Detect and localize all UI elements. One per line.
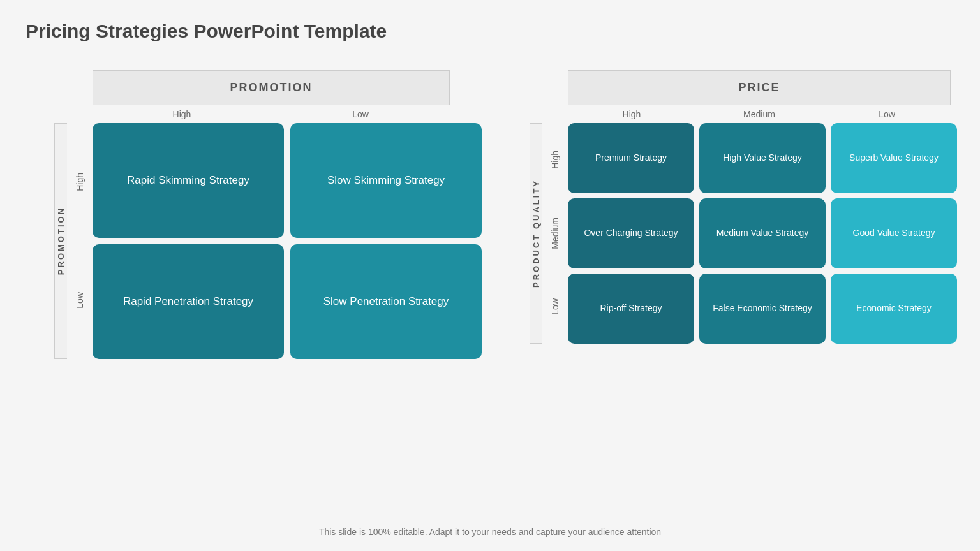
left-matrix-header: PROMOTION (93, 70, 450, 105)
right-col-label-low: Low (823, 109, 951, 119)
cell-good-value-strategy: Good Value Strategy (831, 198, 957, 268)
left-row-label-low: Low (75, 241, 85, 359)
cell-over-charging-strategy: Over Charging Strategy (568, 198, 694, 268)
left-col-labels: High Low (93, 105, 450, 123)
cell-medium-value-strategy: Medium Value Strategy (699, 198, 826, 268)
left-row-label-high: High (75, 123, 85, 241)
right-row-labels: High Medium Low (542, 123, 568, 344)
cell-slow-penetration: Slow Penetration Strategy (290, 244, 482, 359)
cell-false-economic-strategy: False Economic Strategy (699, 274, 826, 344)
left-side-label: PROMOTION (56, 207, 66, 275)
right-matrix-header: PRICE (568, 70, 951, 105)
left-body: PROMOTION High Low Rapid Skimming Strate… (54, 123, 482, 359)
left-side-border: PROMOTION (54, 123, 67, 359)
page-title: Pricing Strategies PowerPoint Template (26, 20, 387, 42)
cell-high-value-strategy: High Value Strategy (699, 123, 826, 193)
right-col-label-medium: Medium (695, 109, 823, 119)
right-col-label-high: High (568, 109, 695, 119)
right-side-border: PRODUCT QUALITY (530, 123, 542, 344)
cell-premium-strategy: Premium Strategy (568, 123, 694, 193)
footer-text: This slide is 100% editable. Adapt it to… (0, 527, 980, 537)
right-row-label-low: Low (550, 270, 560, 344)
left-col-label-low: Low (271, 109, 450, 119)
right-col-labels: High Medium Low (568, 105, 951, 123)
right-body: PRODUCT QUALITY High Medium Low Premium … (530, 123, 957, 344)
cell-slow-skimming: Slow Skimming Strategy (290, 123, 482, 238)
cell-economic-strategy: Economic Strategy (831, 274, 957, 344)
right-side-label: PRODUCT QUALITY (531, 179, 541, 288)
cell-ripoff-strategy: Rip-off Strategy (568, 274, 694, 344)
left-matrix: PROMOTION High Low PROMOTION High Low Ra… (54, 70, 482, 359)
cell-rapid-skimming: Rapid Skimming Strategy (93, 123, 284, 238)
right-matrix: PRICE High Medium Low PRODUCT QUALITY Hi… (530, 70, 957, 344)
cell-rapid-penetration: Rapid Penetration Strategy (93, 244, 284, 359)
right-row-label-high: High (550, 123, 560, 196)
right-grid: Premium Strategy High Value Strategy Sup… (568, 123, 957, 344)
left-row-labels: High Low (67, 123, 93, 359)
left-grid: Rapid Skimming Strategy Slow Skimming St… (93, 123, 482, 359)
cell-superb-value-strategy: Superb Value Strategy (831, 123, 957, 193)
left-col-label-high: High (93, 109, 271, 119)
right-row-label-medium: Medium (550, 196, 560, 270)
